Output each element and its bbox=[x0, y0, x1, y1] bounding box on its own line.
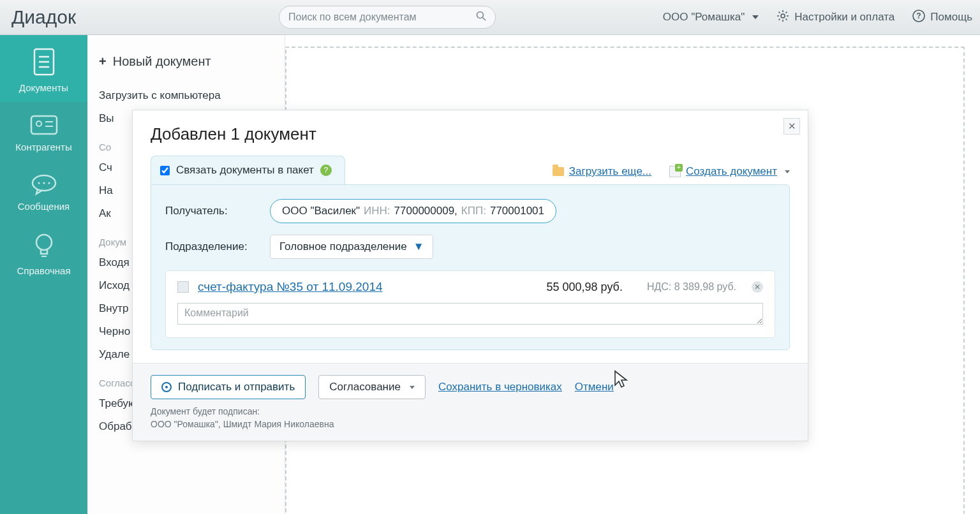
cancel-link[interactable]: Отмени bbox=[575, 381, 614, 393]
svg-rect-9 bbox=[31, 116, 57, 134]
search-icon bbox=[476, 11, 486, 24]
new-document-button[interactable]: + Новый документ bbox=[87, 54, 285, 84]
recipient-label: Получатель: bbox=[165, 205, 261, 217]
modal-title: Добавлен 1 документ bbox=[151, 124, 790, 144]
create-doc-link[interactable]: Создать документ bbox=[669, 165, 790, 178]
document-amount: 55 000,98 руб. bbox=[547, 281, 623, 294]
tab-bundle[interactable]: Связать документы в пакет ? bbox=[151, 156, 345, 184]
sign-send-button[interactable]: Подписать и отправить bbox=[151, 375, 306, 399]
approval-label: Согласование bbox=[329, 381, 401, 393]
inn-value: 7700000009, bbox=[394, 205, 457, 217]
topbar: Диадок ООО "Ромашка" Настройки и оплата … bbox=[0, 0, 980, 35]
hint-line1: Документ будет подписан: bbox=[151, 406, 790, 418]
new-doc-icon bbox=[669, 166, 681, 177]
approval-button[interactable]: Согласование bbox=[318, 375, 426, 399]
topbar-right: ООО "Ромашка" Настройки и оплата ? Помощ… bbox=[663, 10, 972, 26]
sign-send-label: Подписать и отправить bbox=[178, 381, 295, 393]
svg-point-14 bbox=[38, 182, 40, 184]
department-select[interactable]: Головное подразделение ▼ bbox=[270, 235, 433, 259]
chevron-down-icon: ▼ bbox=[413, 240, 424, 253]
document-icon bbox=[31, 47, 57, 77]
document-vat: НДС: 8 389,98 руб. bbox=[647, 281, 736, 293]
sidebar-item-label: Документы bbox=[3, 82, 85, 93]
form-panel: Получатель: ООО "Василек" ИНН: 770000000… bbox=[151, 184, 790, 350]
plus-icon: + bbox=[99, 54, 107, 69]
tab-label: Связать документы в пакет bbox=[176, 164, 314, 177]
sidebar-item-label: Справочная bbox=[3, 265, 85, 276]
close-icon: ✕ bbox=[788, 121, 796, 132]
svg-point-16 bbox=[48, 182, 50, 184]
svg-point-17 bbox=[36, 235, 52, 250]
svg-point-2 bbox=[781, 14, 785, 18]
chat-icon bbox=[30, 173, 58, 196]
inn-label: ИНН: bbox=[364, 205, 390, 217]
sidebar-item-messages[interactable]: Сообщения bbox=[0, 161, 87, 221]
upload-more-link[interactable]: Загрузить еще... bbox=[553, 165, 651, 178]
sidebar-item-label: Контрагенты bbox=[3, 142, 85, 152]
remove-doc-button[interactable]: ✕ bbox=[752, 281, 763, 293]
search-box[interactable] bbox=[279, 6, 496, 29]
document-link[interactable]: счет-фактура №35 от 11.09.2014 bbox=[198, 280, 383, 294]
document-line: счет-фактура №35 от 11.09.2014 55 000,98… bbox=[177, 280, 763, 294]
settings-link[interactable]: Настройки и оплата bbox=[776, 10, 895, 26]
sidebar-item-reference[interactable]: Справочная bbox=[0, 221, 87, 285]
menu-upload[interactable]: Загрузить с компьютера bbox=[87, 84, 285, 107]
org-switcher[interactable]: ООО "Ромашка" bbox=[663, 11, 759, 24]
footer-actions: Подписать и отправить Согласование Сохра… bbox=[151, 375, 790, 399]
department-label: Подразделение: bbox=[165, 240, 261, 253]
search-input[interactable] bbox=[288, 11, 476, 23]
modal: Добавлен 1 документ ✕ Связать документы … bbox=[132, 110, 808, 441]
seal-icon bbox=[161, 382, 172, 392]
help-icon[interactable]: ? bbox=[320, 165, 332, 176]
help-label: Помощь bbox=[930, 11, 972, 24]
chevron-down-icon bbox=[410, 386, 415, 389]
new-document-label: Новый документ bbox=[113, 54, 211, 69]
create-doc-label: Создать документ bbox=[686, 165, 777, 178]
comment-input[interactable] bbox=[177, 303, 763, 325]
recipient-pill[interactable]: ООО "Василек" ИНН: 7700000009, КПП: 7700… bbox=[270, 199, 556, 223]
sidebar-item-label: Сообщения bbox=[3, 201, 85, 212]
upload-more-label: Загрузить еще... bbox=[569, 165, 651, 178]
hint-line2: ООО "Ромашка", Шмидт Мария Николаевна bbox=[151, 418, 790, 431]
department-row: Подразделение: Головное подразделение ▼ bbox=[165, 235, 775, 259]
sidebar: Документы Контрагенты Сообщения Справочн… bbox=[0, 35, 87, 514]
svg-point-15 bbox=[43, 182, 45, 184]
sidebar-item-contractors[interactable]: Контрагенты bbox=[0, 102, 87, 161]
department-value: Головное подразделение bbox=[279, 240, 407, 253]
org-name: ООО "Ромашка" bbox=[663, 11, 745, 24]
recipient-row: Получатель: ООО "Василек" ИНН: 770000000… bbox=[165, 199, 775, 223]
svg-point-10 bbox=[36, 121, 41, 126]
svg-line-1 bbox=[483, 18, 486, 21]
card-icon bbox=[29, 114, 59, 136]
modal-footer: Подписать и отправить Согласование Сохра… bbox=[133, 363, 808, 441]
chevron-down-icon bbox=[785, 170, 790, 173]
search-wrap bbox=[279, 6, 496, 29]
chevron-down-icon bbox=[752, 15, 759, 19]
modal-header: Добавлен 1 документ ✕ bbox=[133, 110, 808, 149]
logo: Диадок bbox=[0, 6, 87, 28]
svg-text:?: ? bbox=[917, 11, 921, 20]
kpp-value: 770001001 bbox=[490, 205, 544, 217]
close-button[interactable]: ✕ bbox=[783, 118, 800, 135]
svg-point-0 bbox=[477, 12, 484, 18]
save-draft-link[interactable]: Сохранить в черновиках bbox=[438, 381, 562, 393]
footer-hint: Документ будет подписан: ООО "Ромашка", … bbox=[151, 406, 790, 430]
gear-icon bbox=[776, 10, 789, 26]
folder-icon bbox=[553, 167, 564, 176]
settings-label: Настройки и оплата bbox=[794, 11, 895, 24]
tab-row: Связать документы в пакет ? Загрузить ещ… bbox=[133, 156, 808, 184]
sidebar-item-documents[interactable]: Документы bbox=[0, 35, 87, 102]
help-icon: ? bbox=[912, 10, 925, 26]
bulb-icon bbox=[33, 232, 56, 260]
bundle-checkbox[interactable] bbox=[160, 166, 170, 175]
kpp-label: КПП: bbox=[461, 205, 486, 217]
tab-actions: Загрузить еще... Создать документ bbox=[553, 165, 790, 178]
help-link[interactable]: ? Помощь bbox=[912, 10, 972, 26]
file-icon bbox=[177, 281, 189, 293]
recipient-name: ООО "Василек" bbox=[282, 205, 360, 217]
document-card: счет-фактура №35 от 11.09.2014 55 000,98… bbox=[165, 270, 775, 338]
